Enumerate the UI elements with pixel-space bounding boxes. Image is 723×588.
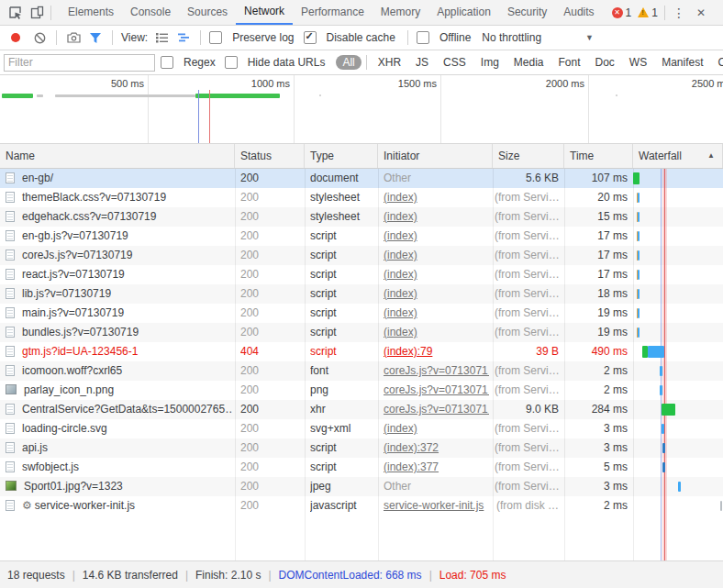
network-request-row[interactable]: edgehack.css?v=07130719200stylesheet(ind… [0,207,723,227]
overview-gridline [294,75,295,143]
network-request-row[interactable]: react.js?v=07130719200script(index)(from… [0,265,723,284]
clear-icon[interactable] [31,30,48,45]
column-header-type[interactable]: Type [305,144,378,168]
network-request-row[interactable]: loading-circle.svg200svg+xml(index)(from… [0,419,723,438]
offline-label[interactable]: Offline [439,31,471,44]
warning-badge-icon[interactable] [638,7,649,17]
filter-pill-xhr[interactable]: XHR [372,55,407,70]
file-icon [6,230,15,241]
tab-performance[interactable]: Performance [293,0,373,25]
filter-pill-css[interactable]: CSS [437,55,473,70]
device-toolbar-icon[interactable] [26,1,48,25]
tab-console[interactable]: Console [122,0,179,25]
network-request-row[interactable]: themeBlack.css?v=07130719200stylesheet(i… [0,188,723,207]
waterfall-bar [638,193,640,203]
error-count[interactable]: 1 [626,6,632,19]
kebab-menu-icon[interactable] [668,1,690,25]
network-request-row[interactable]: CentralService?GetData&ts=1500002765…200… [0,400,723,419]
initiator-link[interactable]: coreJs.js?v=0713071… [384,403,489,416]
preserve-log-label[interactable]: Preserve log [232,31,294,44]
filter-pill-font[interactable]: Font [552,55,587,70]
overview-gridline [588,75,589,143]
initiator-link[interactable]: (index) [384,422,417,435]
regex-checkbox[interactable] [161,56,173,69]
network-request-row[interactable]: lib.js?v=07130719200script(index)(from S… [0,284,723,304]
network-request-row[interactable]: en-gb.js?v=07130719200script(index)(from… [0,227,723,246]
initiator-link[interactable]: (index) [384,306,417,319]
close-icon[interactable] [690,1,712,25]
hide-data-urls-label[interactable]: Hide data URLs [248,56,326,69]
preserve-log-checkbox[interactable] [209,31,222,44]
network-request-row[interactable]: coreJs.js?v=07130719200script(index)(fro… [0,246,723,265]
column-header-initiator[interactable]: Initiator [378,144,493,168]
network-request-row[interactable]: en-gb/200documentOther5.6 KB107 ms [0,169,723,188]
waterfall-bar [662,404,675,416]
initiator-link[interactable]: (index) [384,268,417,281]
initiator-link[interactable]: (index):372 [384,441,439,454]
warning-count[interactable]: 1 [651,6,658,19]
tab-security[interactable]: Security [499,0,555,25]
initiator-link[interactable]: service-worker-init.js [384,499,484,512]
hide-data-urls-checkbox[interactable] [225,56,238,69]
request-name-cell: main.js?v=07130719 [5,304,232,323]
initiator-link[interactable]: coreJs.js?v=0713071… [384,364,489,377]
inspect-element-icon[interactable] [4,1,26,25]
regex-label[interactable]: Regex [184,56,216,69]
filter-pill-all[interactable]: All [336,55,361,70]
filter-pill-manifest[interactable]: Manifest [655,55,709,70]
screenshot-camera-icon[interactable] [65,30,82,45]
summary-requests: 18 requests [7,569,65,582]
tab-application[interactable]: Application [428,0,499,25]
network-request-row[interactable]: bundles.js?v=07130719200script(index)(fr… [0,323,723,342]
waterfall-bar [662,424,664,434]
error-badge-icon[interactable] [612,7,623,18]
column-header-label: Initiator [384,150,419,162]
filter-funnel-icon[interactable] [87,30,104,45]
network-request-row[interactable]: api.js200script(index):372(from Servi…3 … [0,438,723,458]
tab-memory[interactable]: Memory [373,0,428,25]
network-request-row[interactable]: swfobject.js200script(index):377(from Se… [0,458,723,477]
network-request-row[interactable]: icomoon.woff?cxrl65200fontcoreJs.js?v=07… [0,361,723,381]
network-overview-timeline[interactable]: 500 ms1000 ms1500 ms2000 ms2500 ms [0,75,723,144]
footer-separator [185,569,188,582]
type-cell: script [310,284,376,304]
initiator-link[interactable]: (index) [384,249,417,261]
view-list-icon[interactable] [153,30,170,45]
initiator-link[interactable]: (index):377 [384,460,439,473]
tab-elements[interactable]: Elements [60,0,122,25]
network-request-row[interactable]: Sport01.jpg?v=1323200jpegOther(from Serv… [0,477,723,496]
initiator-link[interactable]: (index) [384,191,417,204]
network-request-row[interactable]: service-worker-init.js200javascriptservi… [0,496,723,516]
tab-network[interactable]: Network [236,0,293,25]
filter-input[interactable] [4,54,155,72]
filter-pill-js[interactable]: JS [409,55,435,70]
initiator-link[interactable]: (index) [384,287,417,300]
filter-pill-img[interactable]: Img [474,55,506,70]
initiator-link[interactable]: (index) [384,229,417,242]
column-header-status[interactable]: Status [235,144,305,168]
network-request-row[interactable]: main.js?v=07130719200script(index)(from … [0,304,723,323]
initiator-link[interactable]: (index) [384,326,417,338]
offline-checkbox[interactable] [417,31,429,44]
column-header-name[interactable]: Name [0,144,235,168]
network-request-row[interactable]: gtm.js?id=UA-123456-1404script(index):79… [0,342,723,361]
disable-cache-checkbox[interactable] [304,31,317,44]
filter-pill-doc[interactable]: Doc [589,55,621,70]
file-icon [6,404,15,415]
tab-sources[interactable]: Sources [179,0,236,25]
column-header-waterfall[interactable]: Waterfall [633,144,723,168]
initiator-link[interactable]: (index):79 [384,345,432,358]
view-waterfall-icon[interactable] [175,30,192,45]
throttling-select[interactable]: No throttling [482,31,594,44]
network-request-row[interactable]: parlay_icon_n.png200pngcoreJs.js?v=07130… [0,381,723,400]
column-header-size[interactable]: Size [493,144,564,168]
filter-pill-other[interactable]: Other [712,55,723,70]
initiator-link[interactable]: (index) [384,210,417,223]
column-header-time[interactable]: Time [564,144,633,168]
record-button[interactable] [11,33,20,42]
filter-pill-ws[interactable]: WS [623,55,653,70]
filter-pill-media[interactable]: Media [507,55,551,70]
initiator-link[interactable]: coreJs.js?v=0713071… [384,383,489,396]
disable-cache-label[interactable]: Disable cache [327,31,395,44]
tab-audits[interactable]: Audits [555,0,602,25]
